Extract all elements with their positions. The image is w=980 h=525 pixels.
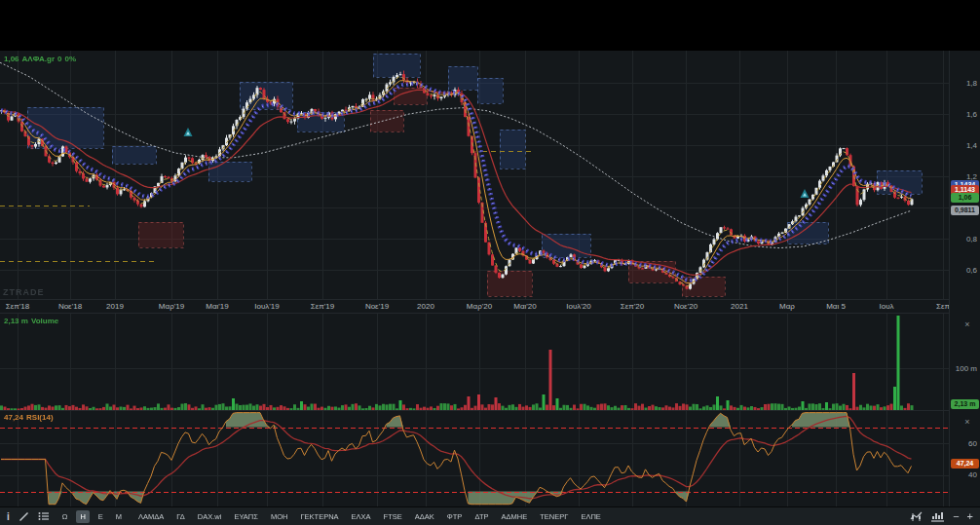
chart-style-icon[interactable] [910, 510, 923, 522]
rsi-value: 47,24 [4, 413, 23, 422]
time-axis-label: Σεπ'19 [311, 302, 334, 311]
rsi-axis-tick: 60 [968, 439, 977, 448]
ticker-button-DAX.wi[interactable]: DAX.wi [194, 510, 226, 523]
price-axis-tick: 0,8 [966, 235, 977, 244]
toolbar-left-group: i ΩHEM ΛΑΜΔΑΓΔDAX.wiΕΥΑΠΣΜΟΗΓΕΚΤΕΡΝΑΕΛΧΑ… [7, 510, 605, 523]
rsi-chart-canvas[interactable] [0, 410, 949, 506]
ticker-button-ΕΥΑΠΣ[interactable]: ΕΥΑΠΣ [230, 510, 262, 523]
ticker-buttons: ΛΑΜΔΑΓΔDAX.wiΕΥΑΠΣΜΟΗΓΕΚΤΕΡΝΑΕΛΧΑFTSEΑΔΑ… [134, 510, 605, 523]
price-axis[interactable]: 1,81,61,41,20,80,6100 m60401,14341,11431… [949, 51, 980, 506]
time-axis-label: Ιουλ'19 [254, 302, 279, 311]
time-axis-label: Μαρ [779, 302, 795, 311]
bottom-toolbar: i ΩHEM ΛΑΜΔΑΓΔDAX.wiΕΥΑΠΣΜΟΗΓΕΚΤΕΡΝΑΕΛΧΑ… [0, 506, 980, 525]
symbol-name: ΑΛΦΑ.gr [22, 55, 55, 63]
ticker-button-ΑΔΑΚ[interactable]: ΑΔΑΚ [411, 510, 438, 523]
time-axis-label: Μαρ'19 [159, 302, 184, 311]
volume-indicator-name: Volume [31, 317, 58, 325]
ticker-button-ΕΛΠΕ[interactable]: ΕΛΠΕ [577, 510, 604, 523]
volume-panel-label: 2,13 mVolume [4, 317, 61, 325]
rsi-indicator-name: RSI(14) [26, 413, 54, 422]
time-axis[interactable]: Σεπ'18Νοε'182019Μαρ'19Μαι'19Ιουλ'19Σεπ'1… [0, 299, 949, 314]
time-axis-label: Μαι 5 [826, 302, 846, 311]
price-axis-badge: 1,06 [951, 193, 979, 203]
timeframe-button-Ω[interactable]: Ω [58, 510, 72, 523]
rsi-axis-badge: 47,24 [951, 459, 979, 469]
watchlist-icon[interactable] [38, 511, 50, 521]
timeframe-button-M[interactable]: M [112, 510, 126, 523]
zoom-in-button[interactable]: + [967, 510, 973, 522]
time-axis-label: Μαι'19 [206, 302, 229, 311]
panel-divider [0, 410, 949, 411]
ticker-button-ΕΛΧΑ[interactable]: ΕΛΧΑ [348, 510, 375, 523]
time-axis-label: Μαι'20 [513, 302, 537, 311]
last-price: 1,06 [4, 55, 19, 63]
watermark: ZTRADE [3, 287, 45, 297]
time-axis-label: 2020 [417, 302, 434, 311]
time-axis-label: 2021 [731, 302, 748, 311]
time-axis-label: Νοε'20 [674, 302, 697, 311]
rsi-panel-label: 47,24RSI(14) [4, 413, 57, 422]
volume-close-button[interactable]: × [961, 319, 973, 330]
price-axis-tick: 1,6 [966, 110, 977, 119]
volume-indicator-icon[interactable] [931, 510, 945, 522]
timeframe-button-E[interactable]: E [94, 510, 107, 523]
time-axis-label: Ιουλ'20 [566, 302, 590, 311]
ticker-button-ΓΔ[interactable]: ΓΔ [172, 510, 188, 523]
rsi-close-button[interactable]: × [961, 416, 973, 428]
ticker-button-ΓΕΚΤΕΡΝΑ[interactable]: ΓΕΚΤΕΡΝΑ [296, 510, 342, 523]
timeframe-button-H[interactable]: H [76, 510, 89, 523]
window-top-bar [0, 0, 980, 51]
price-change-pct: 0% [65, 55, 77, 63]
rsi-axis-tick: 40 [968, 470, 977, 479]
time-axis-label: Σεπ [936, 302, 950, 311]
price-axis-tick: 1,4 [966, 141, 977, 150]
trading-app-window: Σεπ'18Νοε'182019Μαρ'19Μαι'19Ιουλ'19Σεπ'1… [0, 0, 980, 525]
ticker-button-ΔΤΡ[interactable]: ΔΤΡ [471, 510, 492, 523]
volume-axis-badge: 2,13 m [951, 399, 979, 409]
draw-icon[interactable] [19, 511, 29, 522]
toolbar-right-group: − + [910, 510, 973, 522]
ticker-button-FTSE[interactable]: FTSE [380, 510, 406, 523]
time-axis-label: Νοε'18 [58, 302, 82, 311]
time-axis-label: Σεπ'18 [6, 302, 29, 311]
volume-axis-tick: 100 m [956, 364, 977, 373]
price-axis-tick: 1,8 [966, 79, 977, 88]
price-axis-badge: 0,9811 [951, 206, 979, 215]
ticker-button-ΜΟΗ[interactable]: ΜΟΗ [267, 510, 292, 523]
price-axis-tick: 0,6 [966, 266, 977, 275]
ticker-button-ΤΕΝΕΡΓ[interactable]: ΤΕΝΕΡΓ [536, 510, 572, 523]
ticker-button-ΦΤΡ[interactable]: ΦΤΡ [443, 510, 467, 523]
time-axis-label: Μαρ'20 [467, 302, 492, 311]
ticker-button-ΛΑΜΔΑ[interactable]: ΛΑΜΔΑ [134, 510, 168, 523]
time-axis-label: Ιουλ [879, 302, 893, 311]
timeframe-buttons: ΩHEM [58, 510, 126, 523]
symbol-header: 1,06ΑΛΦΑ.gr00% [4, 55, 79, 63]
time-axis-label: Σεπ'20 [621, 302, 644, 311]
price-chart-canvas[interactable] [0, 51, 949, 299]
price-change: 0 [57, 55, 61, 63]
info-icon[interactable]: i [7, 511, 10, 522]
time-axis-label: Νοε'19 [365, 302, 389, 311]
volume-chart-canvas[interactable] [0, 314, 949, 410]
volume-value: 2,13 m [4, 317, 28, 325]
ticker-button-ΑΔΜΗΕ[interactable]: ΑΔΜΗΕ [498, 510, 532, 523]
time-axis-label: 2019 [106, 302, 124, 311]
zoom-out-button[interactable]: − [953, 510, 959, 522]
